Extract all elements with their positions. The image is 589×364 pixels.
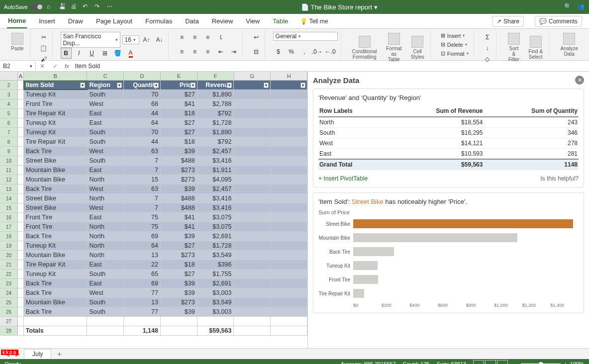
- cell[interactable]: North: [87, 194, 124, 203]
- autosave-toggle[interactable]: AutoSave: [4, 4, 43, 10]
- cell[interactable]: $3,003: [197, 288, 234, 297]
- search-icon[interactable]: 🔍: [564, 3, 572, 11]
- row-header[interactable]: 6: [0, 118, 18, 127]
- cell[interactable]: [234, 213, 271, 222]
- cell[interactable]: [271, 99, 307, 108]
- cell[interactable]: $2,457: [197, 184, 234, 193]
- cell[interactable]: [234, 118, 271, 127]
- cell[interactable]: West: [87, 184, 124, 193]
- cell[interactable]: $1,728: [197, 118, 234, 127]
- cell[interactable]: [234, 147, 271, 156]
- cell[interactable]: [234, 279, 271, 288]
- print-icon[interactable]: 🖨: [71, 3, 79, 11]
- cell[interactable]: $488: [161, 203, 197, 212]
- cell[interactable]: [234, 194, 271, 203]
- row-header[interactable]: 13: [0, 184, 18, 193]
- cut-icon[interactable]: ✂: [38, 32, 49, 43]
- cell[interactable]: [234, 317, 271, 326]
- cell[interactable]: 77: [124, 288, 161, 297]
- row-header[interactable]: 17: [0, 222, 18, 231]
- font-name-dropdown[interactable]: San Francisco Disp...: [61, 32, 120, 48]
- cell[interactable]: Mountain Bike: [24, 251, 88, 260]
- cell[interactable]: West: [87, 288, 124, 297]
- increase-font-icon[interactable]: A↑: [141, 34, 152, 45]
- tab-draw[interactable]: Draw: [67, 14, 84, 28]
- row-header[interactable]: 9: [0, 147, 18, 156]
- cancel-formula-icon[interactable]: ✕: [36, 63, 49, 70]
- cell[interactable]: $2,788: [197, 99, 234, 108]
- cell[interactable]: 7: [124, 156, 161, 165]
- copy-icon[interactable]: 📋: [38, 43, 49, 54]
- cell[interactable]: $2,691: [197, 232, 234, 241]
- cell[interactable]: [271, 128, 307, 137]
- cell[interactable]: [234, 288, 271, 297]
- cell[interactable]: $3,416: [197, 194, 234, 203]
- cell[interactable]: $3,416: [197, 203, 234, 212]
- cell[interactable]: Mountain Bike: [24, 166, 88, 175]
- cell[interactable]: South: [87, 156, 124, 165]
- row-header[interactable]: 23: [0, 279, 18, 288]
- cell[interactable]: $1,728: [197, 241, 234, 250]
- tell-me[interactable]: 💡 Tell me: [300, 18, 328, 25]
- cell[interactable]: $39: [161, 307, 197, 316]
- cell[interactable]: Quantity: [124, 81, 161, 90]
- cell[interactable]: [271, 203, 307, 212]
- cell[interactable]: $1,890: [197, 128, 234, 137]
- comma-icon[interactable]: ,: [299, 46, 310, 57]
- cell[interactable]: North: [87, 222, 124, 231]
- cell[interactable]: Front Tire: [24, 99, 88, 108]
- cell[interactable]: Region: [87, 81, 124, 90]
- row-header[interactable]: 5: [0, 109, 18, 118]
- cell[interactable]: [271, 194, 307, 203]
- cell[interactable]: $396: [197, 260, 234, 269]
- zoom-out-icon[interactable]: −: [515, 361, 518, 364]
- cell[interactable]: North: [87, 251, 124, 260]
- cell[interactable]: South: [87, 298, 124, 307]
- cell[interactable]: Tuneup Kit: [24, 241, 88, 250]
- decrease-font-icon[interactable]: A↓: [154, 34, 165, 45]
- cell[interactable]: Front Tire: [24, 222, 88, 231]
- cell[interactable]: [271, 156, 307, 165]
- cell[interactable]: Tuneup Kit: [24, 128, 88, 137]
- row-header[interactable]: 7: [0, 128, 18, 137]
- cell[interactable]: $3,003: [197, 307, 234, 316]
- tab-home[interactable]: Home: [7, 14, 27, 28]
- cell[interactable]: 7: [124, 203, 161, 212]
- row-header[interactable]: 12: [0, 175, 18, 184]
- cell[interactable]: 75: [124, 213, 161, 222]
- cell[interactable]: 7: [124, 166, 161, 175]
- page-layout-view-icon[interactable]: [485, 360, 496, 364]
- cell[interactable]: 15: [124, 175, 161, 184]
- row-header[interactable]: 28: [0, 326, 18, 335]
- cell[interactable]: Back Tire: [24, 184, 88, 193]
- cell[interactable]: $3,075: [197, 213, 234, 222]
- cell[interactable]: North: [87, 241, 124, 250]
- cell[interactable]: [271, 184, 307, 193]
- cell[interactable]: $27: [161, 128, 197, 137]
- cell[interactable]: [271, 81, 307, 90]
- cell[interactable]: [234, 137, 271, 146]
- select-all-corner[interactable]: [0, 72, 18, 80]
- cell[interactable]: [234, 90, 271, 99]
- cell[interactable]: [271, 90, 307, 99]
- cell[interactable]: [271, 326, 307, 335]
- cell[interactable]: $39: [161, 184, 197, 193]
- row-header[interactable]: 4: [0, 99, 18, 108]
- cell[interactable]: $2,691: [197, 279, 234, 288]
- cell[interactable]: [271, 279, 307, 288]
- cell[interactable]: 44: [124, 137, 161, 146]
- cell[interactable]: $273: [161, 166, 197, 175]
- cell[interactable]: [24, 317, 88, 326]
- cell[interactable]: [271, 118, 307, 127]
- tab-insert[interactable]: Insert: [38, 14, 56, 28]
- col-header[interactable]: E: [161, 72, 197, 80]
- cell[interactable]: [271, 251, 307, 260]
- autosum-icon[interactable]: Σ: [482, 32, 493, 43]
- cell[interactable]: West: [87, 147, 124, 156]
- tab-review[interactable]: Review: [211, 14, 234, 28]
- cell[interactable]: $273: [161, 251, 197, 260]
- cell[interactable]: [271, 109, 307, 118]
- cell[interactable]: 44: [124, 109, 161, 118]
- cell[interactable]: [271, 307, 307, 316]
- cell[interactable]: South: [87, 90, 124, 99]
